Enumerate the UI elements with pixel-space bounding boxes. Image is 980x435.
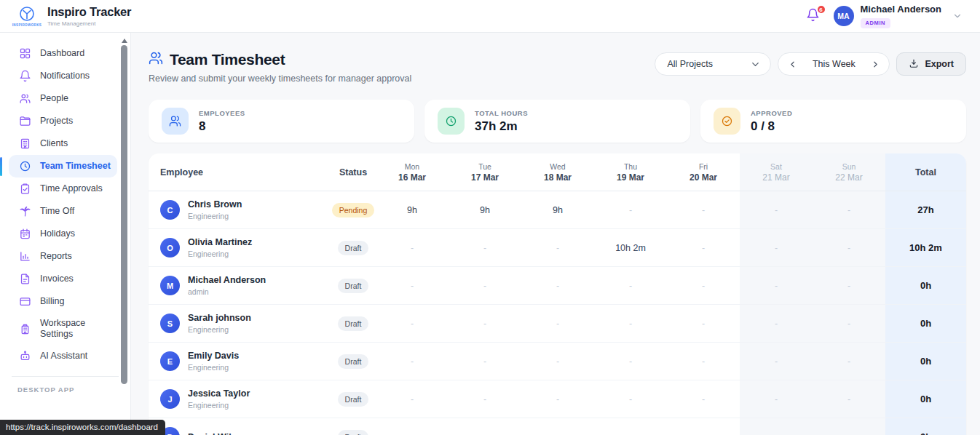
- sidebar-item-dashboard[interactable]: Dashboard: [9, 42, 117, 65]
- export-button[interactable]: Export: [896, 52, 966, 76]
- employee-department: Engineering: [188, 401, 250, 410]
- sidebar-item-label: Billing: [40, 296, 64, 307]
- sidebar-item-label: Projects: [40, 116, 73, 127]
- total-cell: 0h: [885, 418, 966, 435]
- sidebar-scrollbar[interactable]: [120, 36, 128, 435]
- card-value: 8: [199, 119, 245, 134]
- sidebar-item-clients[interactable]: Clients: [9, 132, 117, 155]
- employee-cell: MMichael Andersonadmin: [149, 267, 331, 304]
- sidebar-item-team-timesheet[interactable]: Team Timesheet: [9, 155, 117, 177]
- table-row[interactable]: JJessica TaylorEngineeringDraft-------0h: [149, 380, 966, 418]
- chevron-right-icon: [871, 60, 880, 69]
- avatar: C: [160, 200, 180, 220]
- employee-name: Daniel Wilson: [188, 432, 248, 435]
- scrollbar-thumb[interactable]: [121, 45, 127, 384]
- user-avatar: MA: [834, 6, 854, 26]
- sidebar-item-projects[interactable]: Projects: [9, 110, 117, 132]
- day-hours-cell: -: [594, 267, 667, 304]
- user-menu[interactable]: MA Michael Anderson ADMIN: [834, 4, 963, 28]
- project-filter-value: All Projects: [667, 59, 713, 69]
- day-hours-cell: -: [521, 380, 594, 418]
- week-label: This Week: [813, 59, 855, 69]
- day-hours-cell: -: [740, 418, 813, 435]
- logo-wordmark: INSPIROWORKS: [12, 23, 42, 27]
- table-row[interactable]: CChris BrownEngineeringPending9h9h9h----…: [149, 191, 966, 229]
- sidebar-item-workspace-settings[interactable]: Workspace Settings: [9, 313, 117, 345]
- employee-name: Michael Anderson: [188, 275, 266, 285]
- day-hours-cell: -: [448, 343, 521, 380]
- table-row[interactable]: SSarah johnsonEngineeringDraft-------0h: [149, 305, 966, 343]
- table-row[interactable]: OOlivia MartinezEngineeringDraft---10h 2…: [149, 229, 966, 267]
- employee-cell: DDaniel Wilson: [149, 418, 331, 435]
- day-hours-cell: -: [376, 380, 448, 418]
- chevron-left-icon: [788, 60, 797, 69]
- prev-week-button[interactable]: [783, 55, 801, 73]
- total-cell: 10h 2m: [885, 229, 966, 266]
- app-logo-icon: INSPIROWORKS: [15, 5, 39, 27]
- sidebar-item-time-off[interactable]: Time Off: [9, 200, 117, 223]
- sidebar-item-label: Team Timesheet: [40, 161, 111, 172]
- next-week-button[interactable]: [866, 55, 884, 73]
- status-badge: Draft: [338, 354, 369, 369]
- day-hours-cell: -: [521, 229, 594, 266]
- status-cell: Draft: [331, 418, 376, 435]
- table-row[interactable]: EEmily DavisEngineeringDraft-------0h: [149, 343, 966, 380]
- clock-icon: [438, 108, 465, 135]
- table-row[interactable]: DDaniel WilsonDraft-------0h: [149, 418, 966, 435]
- day-hours-cell: -: [448, 418, 521, 435]
- day-hours-cell: -: [376, 229, 448, 266]
- day-hours-cell: -: [594, 380, 667, 418]
- column-header-total: Total: [885, 153, 966, 191]
- sidebar-item-label: AI Assistant: [40, 351, 87, 362]
- scroll-up-arrow-icon[interactable]: [122, 39, 127, 43]
- status-cell: Draft: [331, 267, 376, 304]
- day-hours-cell: -: [740, 343, 813, 380]
- column-header-wed: Wed18 Mar: [521, 153, 594, 191]
- export-label: Export: [925, 59, 954, 69]
- sidebar-item-reports[interactable]: Reports: [9, 245, 117, 268]
- sidebar-item-time-approvals[interactable]: Time Approvals: [9, 177, 117, 200]
- day-hours-cell: -: [813, 229, 885, 266]
- status-cell: Draft: [331, 343, 376, 380]
- day-hours-cell: 9h: [448, 191, 521, 228]
- sidebar-item-invoices[interactable]: Invoices: [9, 268, 117, 290]
- total-cell: 0h: [885, 305, 966, 342]
- app-brand[interactable]: INSPIROWORKS Inspiro Tracker Time Manage…: [15, 5, 131, 27]
- day-hours-cell: -: [521, 343, 594, 380]
- day-hours-cell: -: [521, 418, 594, 435]
- sidebar-item-billing[interactable]: Billing: [9, 290, 117, 313]
- day-hours-cell: -: [376, 267, 448, 304]
- status-cell: Draft: [331, 229, 376, 266]
- employee-cell: OOlivia MartinezEngineering: [149, 229, 331, 266]
- sidebar-item-label: Time Off: [40, 206, 74, 217]
- project-filter-select[interactable]: All Projects: [655, 52, 771, 76]
- notifications-button[interactable]: 6: [806, 8, 822, 24]
- check-circle-icon: [714, 108, 740, 135]
- sidebar-item-holidays[interactable]: Holidays: [9, 223, 117, 245]
- sidebar: DashboardNotificationsPeopleProjectsClie…: [0, 33, 131, 435]
- employee-name: Olivia Martinez: [188, 237, 252, 247]
- sidebar-item-notifications[interactable]: Notifications: [9, 65, 117, 87]
- avatar: O: [160, 238, 180, 258]
- avatar: S: [160, 314, 180, 333]
- day-hours-cell: -: [667, 305, 740, 342]
- table-row[interactable]: MMichael AndersonadminDraft-------0h: [149, 267, 966, 305]
- day-hours-cell: -: [521, 305, 594, 342]
- day-hours-cell: -: [813, 191, 885, 228]
- day-hours-cell: 10h 2m: [594, 229, 667, 266]
- day-hours-cell: -: [813, 418, 885, 435]
- bar-chart-icon: [19, 250, 31, 263]
- day-hours-cell: -: [376, 343, 448, 380]
- topbar: INSPIROWORKS Inspiro Tracker Time Manage…: [0, 0, 980, 33]
- employee-cell: SSarah johnsonEngineering: [149, 305, 331, 342]
- sidebar-item-label: Time Approvals: [40, 183, 103, 194]
- sidebar-item-ai-assistant[interactable]: AI Assistant: [9, 345, 117, 367]
- employee-cell: JJessica TaylorEngineering: [149, 380, 331, 418]
- sidebar-item-people[interactable]: People: [9, 87, 117, 110]
- sidebar-section-label: DESKTOP APP: [0, 377, 130, 394]
- main-content: Team Timesheet Review and submit your we…: [131, 33, 980, 435]
- status-cell: Draft: [331, 380, 376, 418]
- user-role-badge: ADMIN: [861, 18, 891, 28]
- card-value: 37h 2m: [475, 119, 528, 134]
- day-hours-cell: -: [813, 380, 885, 418]
